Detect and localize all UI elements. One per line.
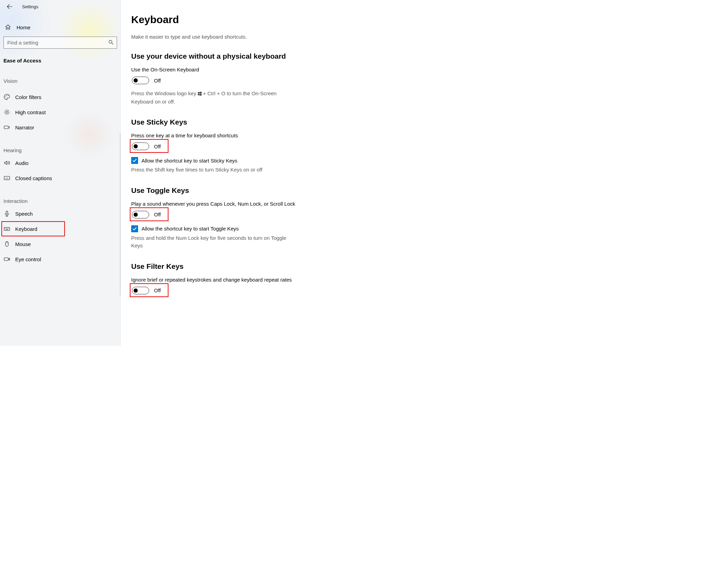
category-header: Ease of Access	[0, 49, 120, 66]
svg-rect-17	[4, 258, 8, 261]
keyboard-icon	[3, 225, 13, 232]
page-title: Keyboard	[131, 14, 390, 26]
checkbox-label-sticky: Allow the shortcut key to start Sticky K…	[142, 158, 238, 164]
toggle-row-osk: Off	[131, 76, 163, 85]
svg-text:CC: CC	[6, 177, 9, 179]
toggle-state-toggle-keys: Off	[154, 212, 161, 217]
narrator-icon	[3, 124, 13, 131]
back-button[interactable]	[3, 0, 16, 13]
checkbox-row-toggle-keys: Allow the shortcut key to start Toggle K…	[131, 225, 390, 232]
sidebar-item-label: Eye control	[15, 256, 41, 262]
svg-rect-11	[6, 228, 6, 228]
checkbox-sticky-shortcut[interactable]	[131, 157, 138, 164]
svg-rect-5	[4, 126, 8, 129]
sidebar-item-closed-captions[interactable]: CC Closed captions	[0, 170, 120, 186]
toggle-row-toggle-keys: Off	[131, 210, 163, 219]
svg-rect-15	[6, 229, 8, 230]
home-icon	[5, 24, 14, 30]
cc-icon: CC	[3, 175, 13, 182]
svg-rect-10	[5, 228, 5, 228]
sidebar-item-narrator[interactable]: Narrator	[0, 120, 120, 135]
svg-rect-14	[8, 228, 9, 228]
svg-rect-9	[4, 227, 10, 231]
svg-rect-13	[8, 228, 8, 228]
toggle-osk[interactable]	[132, 77, 149, 84]
toggle-toggle-keys[interactable]	[132, 211, 149, 218]
section-heading-filter: Use Filter Keys	[131, 262, 390, 271]
sidebar-item-speech[interactable]: Speech	[0, 206, 120, 221]
svg-point-2	[6, 95, 7, 96]
group-label-hearing: Hearing	[0, 135, 120, 155]
section-heading-sticky: Use Sticky Keys	[131, 118, 390, 126]
sidebar-item-label: Closed captions	[15, 175, 52, 181]
windows-logo-icon	[198, 90, 202, 98]
hint-osk: Press the Windows logo key + Ctrl + O to…	[131, 90, 297, 106]
checkbox-toggle-keys-shortcut[interactable]	[131, 225, 138, 232]
sun-icon	[3, 109, 13, 116]
check-icon	[132, 158, 137, 163]
sidebar-item-label: Narrator	[15, 125, 34, 130]
sidebar-item-eye-control[interactable]: Eye control	[0, 252, 120, 267]
home-label: Home	[17, 24, 30, 30]
sidebar-item-keyboard[interactable]: Keyboard	[0, 221, 120, 236]
setting-label-osk: Use the On-Screen Keyboard	[131, 67, 390, 72]
toggle-state-sticky: Off	[154, 144, 161, 149]
sidebar-item-mouse[interactable]: Mouse	[0, 236, 120, 252]
eye-icon	[3, 256, 13, 263]
group-label-interaction: Interaction	[0, 186, 120, 206]
toggle-row-sticky: Off	[131, 142, 163, 151]
sidebar-item-label: Speech	[15, 211, 33, 217]
window-title: Settings	[22, 4, 38, 9]
svg-rect-12	[7, 228, 7, 228]
search-input[interactable]	[3, 37, 117, 49]
toggle-filter[interactable]	[132, 287, 149, 294]
hint-toggle-keys: Press and hold the Num Lock key for five…	[131, 234, 297, 250]
setting-label-sticky: Press one key at a time for keyboard sho…	[131, 133, 390, 138]
sidebar: Settings Home Ease of Access Vision Colo…	[0, 0, 121, 346]
section-heading-osk: Use your device without a physical keybo…	[131, 52, 390, 60]
palette-icon	[3, 94, 13, 100]
page-subtitle: Make it easier to type and use keyboard …	[131, 34, 390, 40]
sidebar-item-color-filters[interactable]: Color filters	[0, 89, 120, 105]
svg-point-4	[6, 111, 8, 113]
scrollbar-track[interactable]	[120, 133, 120, 295]
toggle-state-osk: Off	[154, 78, 161, 84]
checkbox-label-toggle-keys: Allow the shortcut key to start Toggle K…	[142, 226, 239, 232]
setting-label-filter: Ignore brief or repeated keystrokes and …	[131, 277, 390, 283]
checkbox-row-sticky: Allow the shortcut key to start Sticky K…	[131, 157, 390, 164]
toggle-row-filter: Off	[131, 286, 163, 295]
sidebar-item-home[interactable]: Home	[0, 19, 120, 35]
svg-point-1	[5, 97, 6, 97]
sidebar-item-label: Color filters	[15, 94, 41, 100]
sidebar-item-label: Keyboard	[15, 226, 37, 232]
check-icon	[132, 226, 137, 231]
mouse-icon	[3, 241, 13, 247]
section-heading-toggle-keys: Use Toggle Keys	[131, 186, 390, 195]
sidebar-item-label: Audio	[15, 160, 28, 166]
sidebar-item-audio[interactable]: Audio	[0, 155, 120, 170]
svg-rect-8	[6, 211, 8, 214]
arrow-left-icon	[7, 4, 12, 9]
svg-rect-18	[198, 92, 200, 94]
speaker-icon	[3, 159, 13, 166]
toggle-sticky[interactable]	[132, 143, 149, 150]
sidebar-item-label: High contrast	[15, 109, 46, 115]
main-content: Keyboard Make it easier to type and use …	[121, 0, 404, 346]
hint-sticky: Press the Shift key five times to turn S…	[131, 166, 297, 174]
svg-point-3	[8, 95, 8, 96]
sidebar-item-label: Mouse	[15, 241, 31, 247]
toggle-state-filter: Off	[154, 287, 161, 293]
mic-icon	[3, 210, 13, 217]
group-label-vision: Vision	[0, 66, 120, 86]
svg-rect-20	[198, 94, 200, 95]
sidebar-item-high-contrast[interactable]: High contrast	[0, 105, 120, 120]
setting-label-toggle-keys: Play a sound whenever you press Caps Loc…	[131, 201, 390, 207]
window-header: Settings	[0, 0, 120, 13]
search-container	[0, 37, 120, 49]
